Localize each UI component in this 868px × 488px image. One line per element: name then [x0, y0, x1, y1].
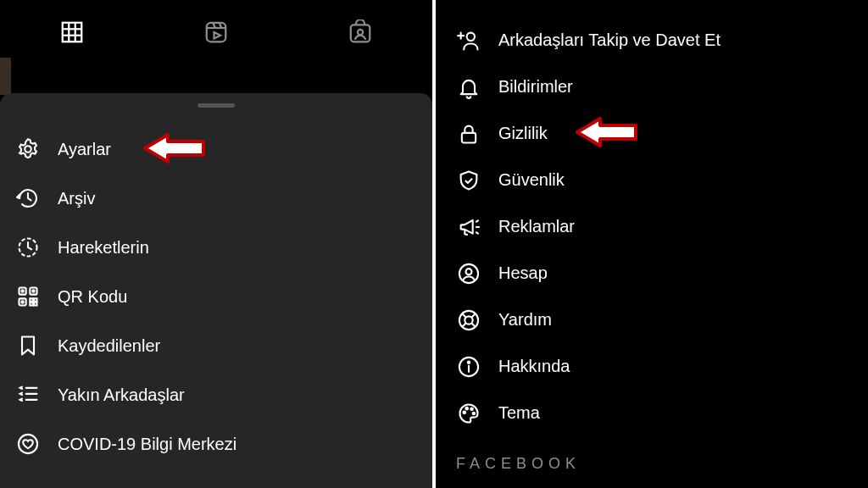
reels-tab-icon[interactable] — [203, 19, 229, 45]
svg-point-18 — [21, 290, 23, 291]
svg-rect-24 — [34, 302, 37, 306]
svg-point-38 — [466, 269, 472, 274]
settings-label: Yardım — [498, 310, 552, 330]
menu-label: Ayarlar — [58, 140, 111, 159]
svg-rect-0 — [63, 22, 82, 42]
lock-icon — [456, 121, 481, 147]
tagged-tab-icon[interactable] — [348, 19, 373, 45]
profile-tabbar — [0, 0, 432, 64]
menu-label: Hareketlerin — [58, 238, 149, 258]
svg-line-44 — [472, 323, 476, 327]
settings-label: Reklamlar — [498, 217, 575, 236]
pointer-arrow-icon — [142, 131, 207, 165]
menu-label: QR Kodu — [58, 287, 127, 307]
menu-item-saved[interactable]: Kaydedilenler — [15, 321, 432, 370]
svg-line-34 — [476, 219, 479, 221]
svg-line-42 — [472, 313, 476, 317]
settings-item-about[interactable]: Hakkında — [456, 343, 868, 390]
menu-item-activity[interactable]: Hareketlerin — [15, 223, 432, 272]
settings-item-theme[interactable]: Tema — [456, 390, 868, 436]
svg-point-19 — [32, 290, 34, 291]
palette-icon — [456, 401, 481, 426]
invite-icon — [456, 28, 481, 53]
gear-icon — [15, 136, 41, 162]
settings-item-help[interactable]: Yardım — [456, 297, 868, 343]
svg-point-20 — [21, 301, 23, 302]
bookmark-icon — [15, 333, 41, 358]
megaphone-icon — [456, 214, 481, 240]
svg-line-41 — [462, 313, 466, 317]
help-icon — [456, 308, 481, 333]
settings-label: Hakkında — [498, 357, 570, 376]
svg-rect-10 — [351, 25, 370, 42]
profile-menu: Ayarlar Arşiv — [0, 125, 432, 469]
svg-rect-21 — [30, 298, 33, 302]
svg-marker-33 — [577, 119, 636, 146]
settings-label: Bildirimler — [498, 77, 573, 97]
svg-line-36 — [476, 231, 479, 233]
menu-label: Yakın Arkadaşlar — [58, 385, 185, 405]
svg-point-12 — [25, 146, 31, 152]
archive-icon — [15, 186, 41, 211]
svg-rect-32 — [462, 132, 476, 142]
info-icon — [456, 354, 481, 380]
sheet-grabber[interactable] — [198, 103, 235, 108]
svg-point-48 — [463, 411, 465, 413]
footer-brand: FACEBOOK — [436, 455, 868, 473]
bell-icon — [456, 75, 481, 100]
grid-tab-icon[interactable] — [59, 19, 85, 45]
svg-marker-9 — [214, 32, 221, 39]
menu-label: COVID-19 Bilgi Merkezi — [58, 435, 236, 454]
svg-point-11 — [358, 29, 363, 34]
svg-line-43 — [462, 323, 466, 327]
svg-rect-22 — [34, 298, 37, 302]
settings-label: Gizlilik — [498, 124, 548, 143]
settings-item-notifications[interactable]: Bildirimler — [456, 64, 868, 110]
settings-label: Güvenlik — [498, 170, 565, 190]
menu-label: Arşiv — [58, 189, 95, 208]
svg-point-49 — [465, 407, 468, 409]
svg-point-51 — [473, 412, 476, 414]
bottom-sheet: Ayarlar Arşiv — [0, 93, 432, 488]
svg-point-29 — [467, 32, 475, 40]
settings-label: Tema — [498, 403, 540, 423]
svg-rect-23 — [30, 302, 33, 306]
svg-point-47 — [468, 361, 470, 363]
menu-item-qr[interactable]: QR Kodu — [15, 272, 432, 321]
settings-label: Arkadaşları Takip ve Davet Et — [498, 30, 721, 50]
settings-item-privacy[interactable]: Gizlilik — [456, 110, 868, 157]
settings-list: Arkadaşları Takip ve Davet Et Bildirimle… — [436, 0, 868, 436]
profile-menu-panel: Ayarlar Arşiv — [0, 0, 432, 488]
heart-circle-icon — [15, 431, 41, 457]
settings-panel: Arkadaşları Takip ve Davet Et Bildirimle… — [436, 0, 868, 488]
menu-item-archive[interactable]: Arşiv — [15, 174, 432, 223]
account-icon — [456, 261, 481, 286]
settings-item-invite[interactable]: Arkadaşları Takip ve Davet Et — [456, 17, 868, 64]
settings-label: Hesap — [498, 263, 548, 283]
svg-point-28 — [19, 435, 37, 453]
qr-icon — [15, 284, 41, 309]
activity-icon — [15, 235, 41, 260]
svg-point-40 — [465, 316, 472, 324]
profile-thumb — [0, 58, 11, 95]
menu-item-covid[interactable]: COVID-19 Bilgi Merkezi — [15, 419, 432, 469]
close-friends-icon — [15, 382, 41, 408]
svg-point-50 — [470, 408, 473, 410]
shield-check-icon — [456, 168, 481, 193]
settings-item-ads[interactable]: Reklamlar — [456, 203, 868, 250]
menu-label: Kaydedilenler — [58, 336, 160, 356]
settings-item-security[interactable]: Güvenlik — [456, 157, 868, 203]
pointer-arrow-icon — [575, 115, 639, 149]
menu-item-settings[interactable]: Ayarlar — [15, 125, 432, 174]
menu-item-closefriends[interactable]: Yakın Arkadaşlar — [15, 370, 432, 419]
svg-marker-13 — [145, 135, 203, 162]
settings-item-account[interactable]: Hesap — [456, 250, 868, 297]
